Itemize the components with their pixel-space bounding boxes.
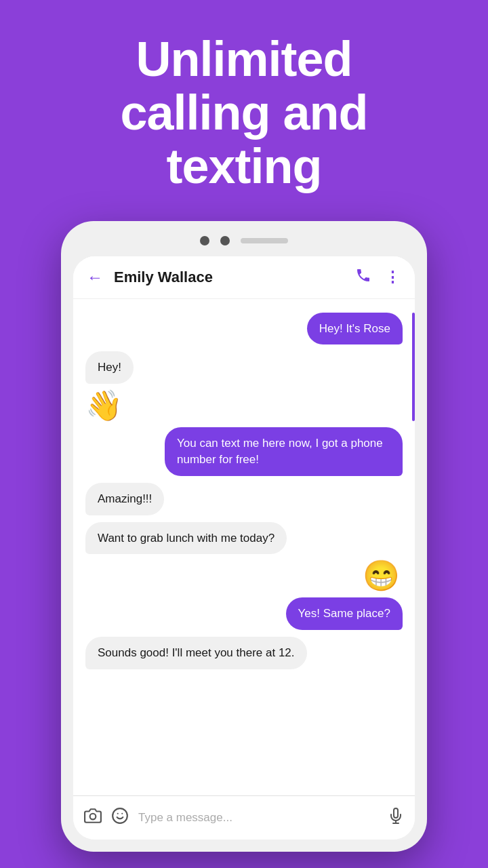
message-row: Want to grab lunch with me today?	[85, 522, 403, 555]
message-row: Hey! It's Rose	[85, 313, 403, 345]
call-button[interactable]	[355, 267, 371, 288]
sent-bubble: Yes! Same place?	[286, 597, 403, 630]
message-input[interactable]: Type a message...	[138, 806, 378, 830]
chat-body: Hey! It's Rose Hey! 👋 You can text me he…	[73, 299, 415, 795]
sent-bubble: You can text me here now, I got a phone …	[165, 427, 403, 476]
received-bubble: Sounds good! I'll meet you there at 12.	[85, 637, 307, 669]
hero-line1: Unlimited	[136, 32, 352, 86]
more-options-button[interactable]: ⋮	[385, 269, 401, 286]
phone-mockup: ← Emily Wallace ⋮ Hey! It's Rose Hey!	[61, 221, 427, 852]
back-button[interactable]: ←	[87, 268, 103, 287]
emoji-icon[interactable]	[111, 807, 129, 829]
phone-speaker	[241, 238, 288, 243]
message-row: Yes! Same place?	[85, 597, 403, 630]
hero-section: Unlimited calling and texting	[79, 0, 408, 221]
message-row: 😁	[85, 561, 400, 591]
camera-dot-left	[200, 236, 209, 245]
phone-screen: ← Emily Wallace ⋮ Hey! It's Rose Hey!	[73, 256, 415, 840]
hero-line3: texting	[166, 139, 321, 193]
camera-icon[interactable]	[84, 807, 102, 829]
emoji-bubble: 👋	[85, 391, 123, 420]
received-bubble: Want to grab lunch with me today?	[85, 522, 287, 555]
svg-point-1	[113, 808, 127, 823]
svg-point-0	[90, 813, 96, 819]
chat-header: ← Emily Wallace ⋮	[73, 256, 415, 299]
message-row: Sounds good! I'll meet you there at 12.	[85, 637, 403, 669]
mic-icon[interactable]	[388, 808, 404, 828]
scroll-indicator	[412, 313, 415, 421]
message-row: Hey!	[85, 351, 403, 384]
sent-bubble: Hey! It's Rose	[307, 313, 403, 345]
received-bubble: Hey!	[85, 351, 134, 384]
camera-dot-right	[220, 236, 230, 245]
message-row: You can text me here now, I got a phone …	[85, 427, 403, 476]
message-row: 👋	[85, 391, 403, 420]
header-icons: ⋮	[355, 267, 401, 288]
contact-name: Emily Wallace	[114, 269, 355, 286]
message-row: Amazing!!!	[85, 483, 403, 515]
received-bubble: Amazing!!!	[85, 483, 164, 515]
hero-line2: calling and	[120, 85, 367, 140]
hero-text: Unlimited calling and texting	[79, 0, 408, 221]
emoji-bubble: 😁	[363, 561, 400, 591]
phone-notch	[73, 233, 415, 248]
chat-input-bar: Type a message...	[73, 795, 415, 840]
